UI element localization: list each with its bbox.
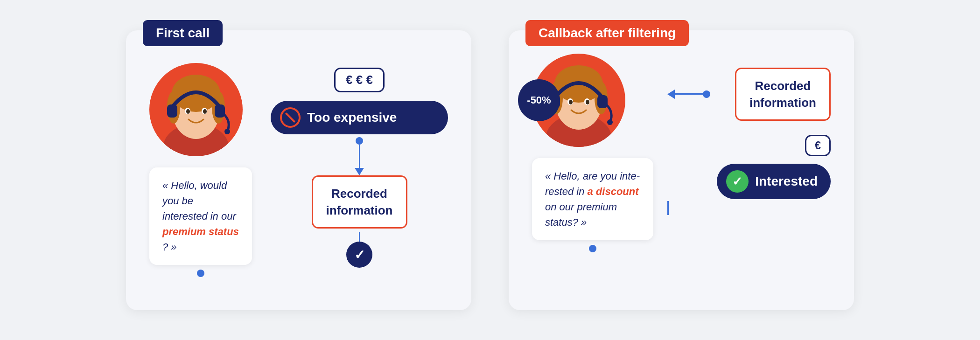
recorded-info-box-2: Recorded information (735, 68, 831, 121)
avatar1-circle (149, 63, 243, 156)
bottom-connector-1 (149, 270, 252, 277)
svg-point-12 (224, 129, 230, 134)
bottom-connector-2 (532, 245, 653, 252)
svg-rect-24 (597, 95, 608, 108)
v-connector-1 (355, 134, 364, 175)
panel2-left: -50% (532, 54, 653, 252)
avatar2-wrapper: -50% (532, 54, 625, 147)
dot-mid-1 (356, 137, 363, 145)
too-expensive-label: Too expensive (307, 110, 397, 125)
arrow-left-icon (667, 90, 675, 99)
interested-label: Interested (755, 174, 818, 189)
main-container: First call (98, 21, 882, 319)
check-circle-1: ✓ (346, 242, 372, 268)
svg-point-25 (607, 119, 613, 125)
interested-pill: ✓ Interested (717, 164, 831, 199)
panel2-right: Recorded information € ✓ Interested (667, 54, 831, 215)
first-call-badge: First call (143, 20, 223, 46)
euro-badge-2: € (805, 135, 831, 156)
dot-h-1 (703, 90, 710, 98)
svg-point-9 (203, 109, 207, 114)
avatar1-image (154, 65, 238, 156)
svg-rect-11 (215, 104, 225, 118)
check-green-icon: ✓ (726, 170, 749, 193)
arrow-down-1 (355, 168, 364, 175)
discount-badge: -50% (518, 79, 560, 121)
euro-badge-1: € € € (334, 68, 385, 92)
interested-row: ✓ Interested (667, 164, 831, 199)
speech-bubble-1: « Hello, would you be interested in our … (149, 167, 252, 265)
speech-bubble-2: « Hello, are you inte-rested in a discou… (532, 158, 653, 240)
dot-bottom-2 (589, 245, 596, 252)
svg-rect-10 (167, 104, 177, 118)
v-connector-check (359, 229, 360, 242)
line-v-check (359, 232, 360, 242)
svg-point-8 (186, 109, 190, 114)
line-v-2 (667, 201, 669, 215)
panel-callback: Callback after filtering -50% (509, 30, 854, 310)
recorded-row: Recorded information (667, 68, 831, 121)
svg-point-22 (586, 100, 589, 104)
callback-badge: Callback after filtering (525, 20, 689, 46)
recorded-info-box-1: Recorded information (312, 175, 407, 229)
euro-row-2: € (667, 135, 831, 161)
avatar1-wrapper (149, 63, 243, 156)
panel-first-call: First call (126, 30, 471, 310)
no-icon (280, 107, 301, 128)
up-connector (667, 199, 669, 215)
dot-bottom-1 (197, 270, 204, 277)
panel1-right: € € € Too expensive Recorded information (271, 63, 448, 268)
line-h-1 (675, 93, 703, 95)
h-arrow-left (667, 90, 730, 99)
panel1-left: « Hello, would you be interested in our … (149, 63, 252, 277)
line-v-1 (359, 145, 360, 168)
too-expensive-pill: Too expensive (271, 101, 448, 134)
v-connector-2 (667, 199, 692, 215)
svg-point-21 (569, 100, 573, 104)
